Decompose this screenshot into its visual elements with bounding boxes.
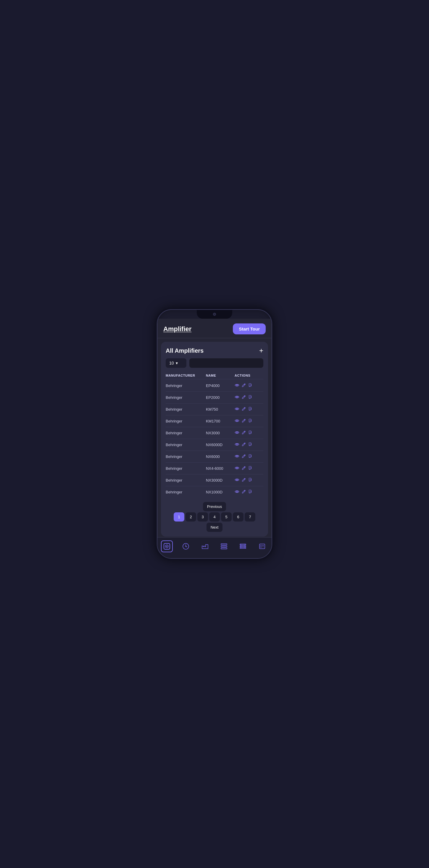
edit-icon[interactable] [242,490,246,495]
manufacturer-cell: Behringer [166,395,206,400]
pdf-icon[interactable]: PDF [248,395,252,400]
svg-rect-55 [221,544,227,545]
volume-up-button [157,357,158,375]
manufacturer-cell: Behringer [166,383,206,388]
view-icon[interactable] [235,477,239,483]
actions-cell: PDF [235,395,263,400]
svg-point-52 [166,546,168,547]
pdf-icon[interactable]: PDF [248,466,252,471]
page-2-button[interactable]: 2 [185,513,196,522]
svg-rect-6 [249,395,251,398]
svg-text:PDF: PDF [249,398,251,399]
svg-rect-36 [249,466,251,469]
view-icon[interactable] [235,406,239,412]
pdf-icon[interactable]: PDF [248,478,252,483]
card-title: All Amplifiers [166,347,204,354]
view-icon[interactable] [235,430,239,436]
manufacturer-cell: Behringer [166,442,206,447]
edit-icon[interactable] [242,383,246,388]
edit-icon[interactable] [242,454,246,459]
svg-rect-64 [260,545,261,548]
view-icon[interactable] [235,418,239,424]
actions-cell: PDF [235,442,263,447]
page-5-button[interactable]: 5 [221,513,232,522]
page-1-button[interactable]: 1 [174,513,184,522]
add-amplifier-button[interactable]: + [259,347,263,354]
svg-text:PDF: PDF [249,433,251,435]
svg-text:PDF: PDF [249,481,251,482]
edit-icon[interactable] [242,407,246,412]
actions-cell: PDF [235,430,263,436]
next-button[interactable]: Next [206,523,223,532]
svg-rect-31 [249,455,251,457]
search-input[interactable] [189,358,263,368]
page-3-button[interactable]: 3 [197,513,208,522]
svg-point-0 [236,384,237,386]
view-icon[interactable] [235,454,239,459]
view-icon[interactable] [235,466,239,471]
amplifier-nav-icon[interactable] [161,540,173,552]
edit-icon[interactable] [242,442,246,447]
manufacturer-cell: Behringer [166,466,206,471]
svg-point-20 [236,432,237,433]
edit-icon[interactable] [242,478,246,483]
pdf-icon[interactable]: PDF [248,430,252,435]
page-4-button[interactable]: 4 [209,513,220,522]
pdf-icon[interactable]: PDF [248,418,252,424]
factory-nav-icon[interactable] [199,540,211,552]
edit-icon[interactable] [242,430,246,435]
bottom-nav [158,537,271,558]
start-tour-button[interactable]: Start Tour [233,323,266,334]
svg-point-65 [262,545,264,546]
svg-rect-16 [249,419,251,422]
view-icon[interactable] [235,383,239,389]
name-cell: NX4-6000 [206,466,235,471]
view-icon[interactable] [235,442,239,447]
rack-nav-icon[interactable] [237,540,249,552]
name-cell: NX6000 [206,455,235,459]
camera [213,313,216,316]
svg-text:PDF: PDF [249,493,251,494]
pdf-icon[interactable]: PDF [248,490,252,495]
table-row: Behringer NX3000D [166,474,263,486]
table-row: Behringer NX1000D [166,486,263,498]
amplifiers-card: All Amplifiers + 10 ▾ MANUFACTURER NAME [161,342,268,536]
edit-icon[interactable] [242,395,246,400]
name-cell: EP2000 [206,395,235,400]
pdf-icon[interactable]: PDF [248,383,252,388]
controls-row: 10 ▾ [166,358,263,368]
name-header: NAME [206,374,235,377]
previous-button[interactable]: Previous [203,502,226,511]
page-7-button[interactable]: 7 [245,513,255,522]
svg-point-5 [236,397,237,398]
table-row: Behringer NX6000D [166,439,263,451]
svg-rect-57 [221,548,227,549]
svg-point-45 [236,491,237,492]
svg-point-10 [236,408,237,409]
svg-rect-26 [249,442,251,445]
svg-text:PDF: PDF [249,386,251,387]
pdf-icon[interactable]: PDF [248,442,252,447]
manufacturer-header: MANUFACTURER [166,374,206,377]
list-nav-icon[interactable] [218,540,230,552]
svg-point-25 [236,444,237,445]
card-header: All Amplifiers + [166,347,263,354]
table-row: Behringer NX6000 [166,451,263,463]
edit-icon[interactable] [242,466,246,471]
app-title: Amplifier [163,325,192,333]
svg-point-66 [263,547,263,548]
view-icon[interactable] [235,395,239,400]
manufacturer-cell: Behringer [166,478,206,483]
device-nav-icon[interactable] [256,540,268,552]
page-6-button[interactable]: 6 [233,513,244,522]
amplifiers-table: MANUFACTURER NAME ACTIONS Behringer EP40… [166,372,263,498]
svg-text:PDF: PDF [249,457,251,458]
view-icon[interactable] [235,489,239,495]
pdf-icon[interactable]: PDF [248,454,252,459]
edit-icon[interactable] [242,418,246,424]
name-cell: NX6000D [206,442,235,447]
per-page-select[interactable]: 10 ▾ [166,358,187,368]
pdf-icon[interactable]: PDF [248,407,252,412]
dashboard-nav-icon[interactable] [180,540,192,552]
svg-rect-41 [249,478,251,481]
